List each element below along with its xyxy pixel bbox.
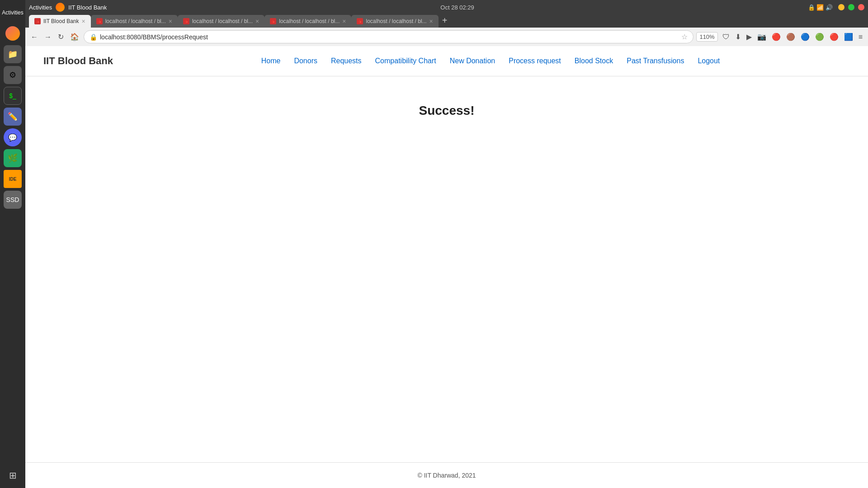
tab-3-close[interactable]: × xyxy=(255,18,259,25)
tab-5-close[interactable]: × xyxy=(429,18,433,25)
nav-process-request[interactable]: Process request xyxy=(509,57,561,65)
site-header: IIT Blood Bank Home Donors Requests Comp… xyxy=(25,46,868,76)
shield-icon[interactable]: 🛡 xyxy=(721,32,731,42)
ext-icon-6[interactable]: 🟦 xyxy=(842,32,855,42)
toolbar-icons: 🛡 ⬇ ▶ 📷 🔴 🟤 🔵 🟢 🔴 🟦 ≡ xyxy=(721,32,864,42)
menu-icon[interactable]: ≡ xyxy=(857,32,864,42)
taskbar: Activities 📁 ⚙ $_ ✏️ 💬 🌿 IDE SSD ⊞ xyxy=(0,0,25,488)
screenshot-icon[interactable]: 📷 xyxy=(755,32,768,42)
nav-home[interactable]: Home xyxy=(261,57,281,65)
nav-requests[interactable]: Requests xyxy=(331,57,362,65)
site-footer: © IIT Dharwad, 2021 xyxy=(25,462,868,488)
tab-1-close[interactable]: × xyxy=(82,18,85,25)
nav-compatibility-chart[interactable]: Compatibility Chart xyxy=(375,57,436,65)
window-controls xyxy=(838,4,864,10)
browser-window: Activities IIT Blood Bank Oct 28 02:29 🔒… xyxy=(25,0,868,488)
title-bar-right: 🔒 📶 🔊 xyxy=(808,4,864,11)
nav-logout[interactable]: Logout xyxy=(698,57,720,65)
back-button[interactable]: ← xyxy=(29,32,40,42)
taskbar-editor[interactable]: ✏️ xyxy=(4,108,22,126)
browser-title-text: IIT Blood Bank xyxy=(68,4,107,11)
ext-icon-5[interactable]: 🔴 xyxy=(828,32,840,42)
title-bar-datetime: Oct 28 02:29 xyxy=(440,4,474,11)
taskbar-firefox[interactable] xyxy=(4,24,22,42)
browser-chrome: Activities IIT Blood Bank Oct 28 02:29 🔒… xyxy=(25,0,868,28)
forward-button[interactable]: → xyxy=(42,32,53,42)
tab-4-close[interactable]: × xyxy=(342,18,346,25)
tab-5-title: localhost / localhost / bl... xyxy=(366,18,426,24)
taskbar-app1[interactable]: 🌿 xyxy=(4,149,22,167)
nav-past-transfusions[interactable]: Past Transfusions xyxy=(627,57,684,65)
bookmark-icon[interactable]: ☆ xyxy=(681,33,688,41)
security-icon: 🔒 xyxy=(90,33,97,41)
ext-icon-4[interactable]: 🟢 xyxy=(813,32,826,42)
browser-tabs: 🩸 IIT Blood Bank × 🩸 localhost / localho… xyxy=(29,14,864,28)
sys-tray-icons: 🔒 📶 🔊 xyxy=(808,4,833,11)
copyright-text: © IIT Dharwad, 2021 xyxy=(417,472,476,479)
ext-icon-3[interactable]: 🔵 xyxy=(799,32,811,42)
page-content: IIT Blood Bank Home Donors Requests Comp… xyxy=(25,46,868,488)
taskbar-ide[interactable]: IDE xyxy=(4,170,22,188)
tab-3-title: localhost / localhost / bl... xyxy=(192,18,253,24)
zoom-level: 110% xyxy=(696,32,717,42)
tab-1-favicon: 🩸 xyxy=(34,18,41,24)
tab-4-title: localhost / localhost / bl... xyxy=(279,18,340,24)
tab-4[interactable]: 🩸 localhost / localhost / bl... × xyxy=(264,15,351,28)
taskbar-disk[interactable]: SSD xyxy=(4,191,22,209)
title-bar-left: Activities IIT Blood Bank xyxy=(29,3,107,12)
main-content: Success! xyxy=(25,76,868,462)
tab-1-title: IIT Blood Bank xyxy=(43,18,79,24)
tab-2-title: localhost / localhost / bl... xyxy=(105,18,166,24)
tab-2-favicon: 🩸 xyxy=(96,18,103,24)
close-button[interactable] xyxy=(858,4,864,10)
download-icon[interactable]: ⬇ xyxy=(733,32,743,42)
activities-button[interactable]: Activities xyxy=(29,4,52,11)
taskbar-discord[interactable]: 💬 xyxy=(4,128,22,146)
taskbar-settings[interactable]: ⚙ xyxy=(4,66,22,84)
maximize-button[interactable] xyxy=(848,4,854,10)
taskbar-files[interactable]: 📁 xyxy=(4,45,22,63)
nav-new-donation[interactable]: New Donation xyxy=(450,57,495,65)
new-tab-button[interactable]: + xyxy=(439,14,451,28)
home-button[interactable]: 🏠 xyxy=(68,32,81,42)
tab-4-favicon: 🩸 xyxy=(270,18,276,24)
play-icon[interactable]: ▶ xyxy=(745,32,754,42)
taskbar-terminal[interactable]: $_ xyxy=(4,87,22,105)
url-bar[interactable]: 🔒 localhost:8080/BBMS/processRequest ☆ xyxy=(84,30,693,43)
tab-1[interactable]: 🩸 IIT Blood Bank × xyxy=(29,15,91,28)
firefox-logo-icon xyxy=(56,3,65,12)
title-bar: Activities IIT Blood Bank Oct 28 02:29 🔒… xyxy=(29,3,864,12)
nav-donors[interactable]: Donors xyxy=(294,57,317,65)
tab-3[interactable]: 🩸 localhost / localhost / bl... × xyxy=(178,15,264,28)
taskbar-appgrid[interactable]: ⊞ xyxy=(4,466,22,484)
ext-icon-1[interactable]: 🔴 xyxy=(770,32,783,42)
nav-blood-stock[interactable]: Blood Stock xyxy=(575,57,613,65)
taskbar-activities[interactable]: Activities xyxy=(4,4,22,22)
url-text: localhost:8080/BBMS/processRequest xyxy=(100,33,679,41)
ext-icon-2[interactable]: 🟤 xyxy=(784,32,797,42)
tab-5[interactable]: 🩸 localhost / localhost / bl... × xyxy=(351,15,438,28)
minimize-button[interactable] xyxy=(838,4,844,10)
site-logo[interactable]: IIT Blood Bank xyxy=(43,55,113,67)
address-bar: ← → ↻ 🏠 🔒 localhost:8080/BBMS/processReq… xyxy=(25,28,868,46)
tab-3-favicon: 🩸 xyxy=(183,18,189,24)
site-nav: Home Donors Requests Compatibility Chart… xyxy=(131,57,850,65)
reload-button[interactable]: ↻ xyxy=(56,32,66,42)
success-message: Success! xyxy=(419,103,475,118)
tab-2[interactable]: 🩸 localhost / localhost / bl... × xyxy=(91,15,178,28)
tab-5-favicon: 🩸 xyxy=(357,18,363,24)
tab-2-close[interactable]: × xyxy=(169,18,172,25)
